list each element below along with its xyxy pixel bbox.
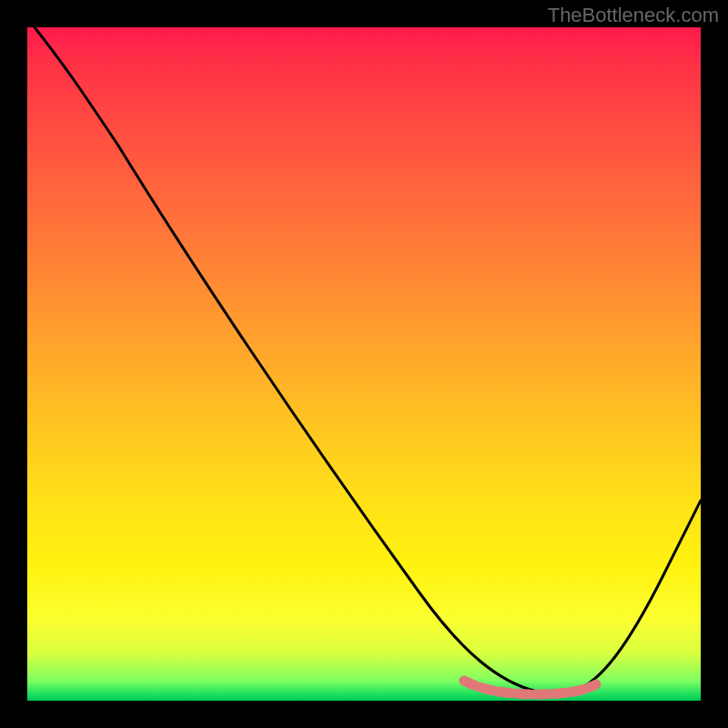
chart-svg (27, 27, 701, 701)
plot-area (27, 27, 701, 701)
bottleneck-curve (27, 27, 701, 692)
optimal-band-marker (464, 681, 596, 694)
watermark-text: TheBottleneck.com (548, 4, 719, 27)
